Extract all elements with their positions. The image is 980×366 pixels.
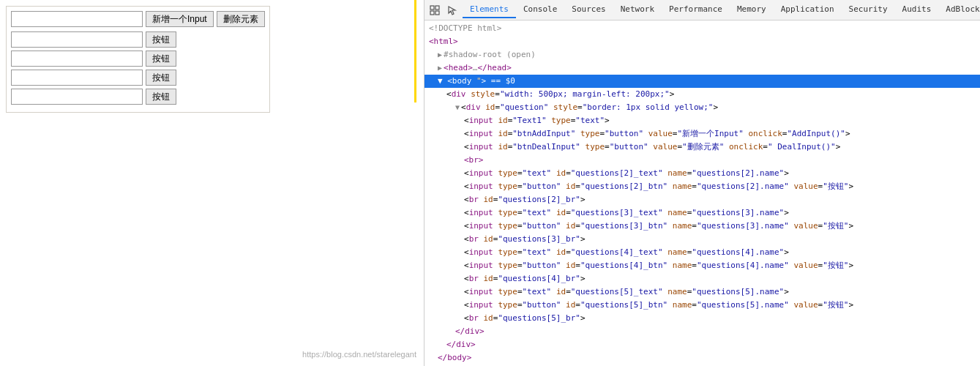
code-line-head[interactable]: ▶<head>…</head> [424,61,980,75]
questions5-text-input[interactable] [11,89,143,105]
preview-area [6,6,270,113]
tab-adblock[interactable]: AdBlock [938,1,980,18]
code-line-input-addInput[interactable]: <input id="btnAddInput" type="button" va… [424,127,980,141]
code-line-html[interactable]: <html> [424,35,980,48]
code-line-q2-text[interactable]: <input type="text" id="questions[2]_text… [424,167,980,180]
code-line-q5-btn[interactable]: <input type="button" id="questions[5]_bt… [424,299,980,312]
code-line-q5-text[interactable]: <input type="text" id="questions[5]_text… [424,285,980,299]
preview-panel: https://blog.csdn.net/starelegant [0,0,424,366]
questions3-btn[interactable] [146,51,176,67]
code-line-q4-text[interactable]: <input type="text" id="questions[4]_text… [424,246,980,259]
dynamic-row-5 [11,89,265,105]
devtools-inspect-icon[interactable] [427,3,442,18]
tab-security[interactable]: Security [842,1,895,18]
dynamic-row-3 [11,51,265,67]
code-line-input-text1[interactable]: <input id="Text1" type="text"> [424,114,980,127]
code-line-close-div-question[interactable]: </div> [424,325,980,338]
code-line-body-selected[interactable]: ▼ <body "> == $0 [424,75,980,88]
tab-performance[interactable]: Performance [662,1,730,18]
code-line-div-outer[interactable]: <div style="width: 500px; margin-left: 2… [424,88,980,101]
code-line-q2-br[interactable]: <br id="questions[2]_br"> [424,193,980,206]
code-line-close-div-outer[interactable]: </div> [424,338,980,351]
questions4-btn[interactable] [146,70,176,86]
svg-marker-4 [449,7,455,15]
code-line-input-dealInput[interactable]: <input id="btnDealInput" type="button" v… [424,141,980,154]
questions2-btn[interactable] [146,31,176,48]
code-line-close-body[interactable]: </body> [424,351,980,365]
code-line-shadow-root[interactable]: ▶#shadow-root (open) [424,48,980,61]
tab-console[interactable]: Console [516,1,564,18]
code-line-q4-br[interactable]: <br id="questions[4]_br"> [424,272,980,285]
devtools-tabs-bar: Elements Console Sources Network Perform… [424,0,980,20]
code-line-div-question[interactable]: ▼<div id="question" style="border: 1px s… [424,101,980,114]
tab-network[interactable]: Network [613,1,662,18]
code-line-q2-btn[interactable]: <input type="button" id="questions[2]_bt… [424,180,980,193]
main-text-input[interactable] [11,11,143,27]
svg-rect-0 [430,6,434,10]
code-line-q3-text[interactable]: <input type="text" id="questions[3]_text… [424,206,980,220]
devtools-cursor-icon[interactable] [445,3,460,18]
tab-application[interactable]: Application [774,1,842,18]
questions3-text-input[interactable] [11,51,143,67]
code-line-q3-br[interactable]: <br id="questions[3]_br"> [424,233,980,246]
code-line-br-1[interactable]: <br> [424,154,980,167]
code-line-doctype: <!DOCTYPE html> [424,22,980,35]
questions2-text-input[interactable] [11,31,143,48]
tab-elements[interactable]: Elements [463,1,516,18]
svg-rect-1 [435,6,439,10]
svg-rect-2 [430,11,434,15]
devtools-code-view[interactable]: <!DOCTYPE html> <html> ▶#shadow-root (op… [424,20,980,366]
dynamic-row-2 [11,31,265,48]
dynamic-row-4 [11,70,265,86]
top-row [11,11,265,27]
questions5-btn[interactable] [146,89,176,105]
code-line-q4-btn[interactable]: <input type="button" id="questions[4]_bt… [424,259,980,272]
svg-rect-3 [435,11,439,15]
yellow-border-indicator [414,0,416,102]
add-input-button[interactable] [146,11,214,27]
delete-element-button[interactable] [217,11,265,27]
code-line-q3-btn[interactable]: <input type="button" id="questions[3]_bt… [424,220,980,233]
tab-memory[interactable]: Memory [730,1,774,18]
tab-sources[interactable]: Sources [564,1,613,18]
tab-audits[interactable]: Audits [895,1,939,18]
devtools-panel: Elements Console Sources Network Perform… [424,0,980,366]
watermark-text: https://blog.csdn.net/starelegant [302,350,416,359]
code-line-q5-br[interactable]: <br id="questions[5]_br"> [424,312,980,325]
questions4-text-input[interactable] [11,70,143,86]
